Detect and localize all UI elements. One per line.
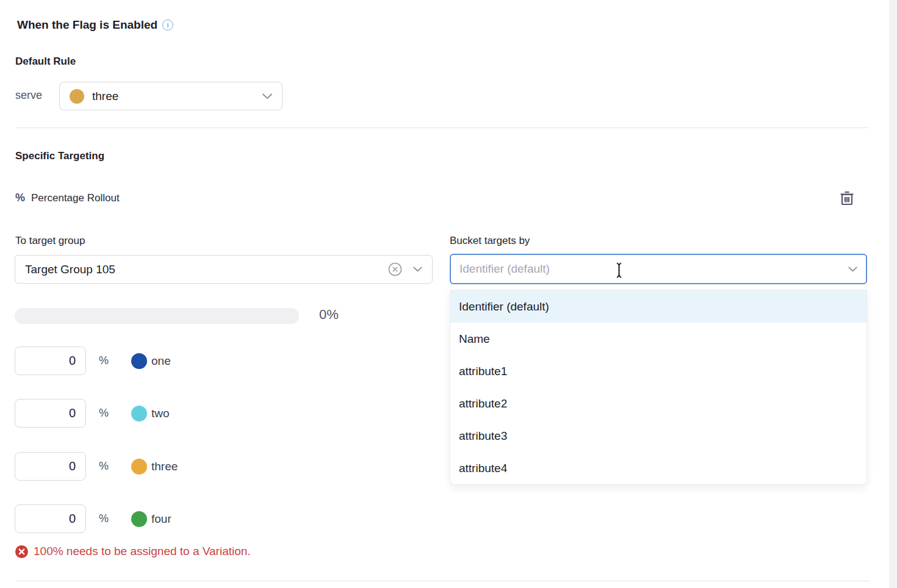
menu-option-attribute3[interactable]: attribute3 — [450, 420, 866, 452]
clear-selection-icon[interactable] — [388, 262, 402, 276]
variation-dot — [131, 353, 147, 369]
chevron-down-icon — [848, 267, 857, 272]
default-rule-label: Default Rule — [15, 56, 76, 68]
chevron-down-icon — [262, 93, 272, 99]
variation-name: one — [151, 354, 171, 368]
variation-dot — [70, 89, 84, 104]
percent-unit-label: % — [99, 512, 109, 525]
page-edge-strip — [889, 0, 897, 588]
variation-dot — [131, 511, 147, 527]
trash-icon — [840, 190, 854, 208]
menu-option-name[interactable]: Name — [450, 323, 866, 355]
bucket-targets-by-input[interactable] — [459, 262, 848, 276]
text-cursor-icon — [614, 262, 624, 281]
page-title: When the Flag is Enabled i — [17, 18, 173, 32]
serve-label: serve — [15, 89, 42, 102]
menu-option-attribute4[interactable]: attribute4 — [450, 452, 866, 484]
serve-variation-value: three — [92, 90, 254, 103]
percentage-icon: % — [15, 192, 25, 204]
variation-three-percent-input[interactable] — [15, 452, 86, 481]
variation-weight-row: % two — [15, 399, 170, 428]
rollout-total-percent: 0% — [319, 307, 339, 323]
target-group-label: To target group — [15, 235, 85, 247]
rollout-progress-bar — [15, 308, 299, 324]
target-group-value: Target Group 105 — [25, 263, 388, 276]
validation-error-text: 100% needs to be assigned to a Variation… — [34, 545, 251, 558]
bucket-targets-by-select[interactable] — [450, 254, 867, 284]
variation-weight-row: % one — [15, 346, 171, 375]
menu-option-identifier-default[interactable]: Identifier (default) — [450, 290, 866, 323]
page-title-text: When the Flag is Enabled — [17, 18, 157, 32]
flag-targeting-page: When the Flag is Enabled i Default Rule … — [0, 0, 897, 588]
info-icon[interactable]: i — [162, 20, 173, 30]
delete-rule-button[interactable] — [837, 189, 857, 209]
menu-option-attribute2[interactable]: attribute2 — [450, 387, 866, 420]
error-icon — [15, 545, 28, 558]
specific-targeting-label: Specific Targeting — [15, 150, 104, 162]
variation-dot — [131, 459, 147, 475]
variation-two-percent-input[interactable] — [15, 399, 86, 428]
bucket-targets-dropdown-menu: Identifier (default) Name attribute1 att… — [450, 290, 867, 485]
percent-unit-label: % — [99, 407, 109, 420]
variation-four-percent-input[interactable] — [15, 504, 86, 533]
bucket-targets-by-label: Bucket targets by — [450, 235, 530, 247]
variation-name: four — [151, 512, 171, 526]
percentage-rollout-title: Percentage Rollout — [31, 192, 120, 204]
percentage-rollout-header: % Percentage Rollout — [15, 192, 120, 204]
percent-unit-label: % — [99, 354, 109, 367]
percent-unit-label: % — [99, 460, 109, 473]
variation-one-percent-input[interactable] — [15, 346, 86, 375]
variation-name: three — [151, 460, 178, 473]
variation-weight-row: % three — [15, 452, 178, 481]
variation-weight-row: % four — [15, 504, 171, 533]
serve-variation-select[interactable]: three — [59, 82, 283, 110]
section-divider — [15, 581, 870, 581]
variation-name: two — [151, 407, 170, 420]
variation-dot — [131, 406, 147, 421]
section-divider — [15, 127, 870, 128]
validation-error: 100% needs to be assigned to a Variation… — [15, 545, 251, 558]
target-group-select[interactable]: Target Group 105 — [15, 255, 433, 284]
menu-option-attribute1[interactable]: attribute1 — [450, 355, 866, 387]
chevron-down-icon — [413, 267, 422, 272]
